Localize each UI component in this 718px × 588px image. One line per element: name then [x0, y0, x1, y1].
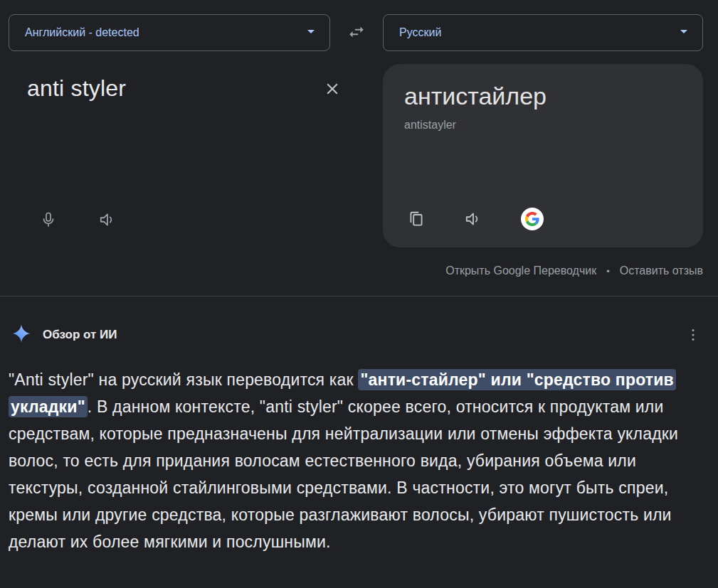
open-google-translate-link[interactable]: Открыть Google Переводчик	[445, 264, 596, 277]
links-separator: •	[606, 266, 610, 277]
target-language-label: Русский	[399, 26, 441, 39]
swap-horizontal-icon	[347, 23, 366, 43]
clear-source-button[interactable]	[323, 80, 342, 98]
listen-source-button[interactable]	[98, 210, 117, 229]
ai-overview-header: Обзор от ИИ	[11, 324, 701, 346]
transliteration-text: antistayler	[404, 119, 682, 132]
ai-sparkle-icon	[11, 324, 31, 346]
ai-text-after: . В данном контексте, "anti styler" скор…	[9, 397, 678, 551]
ai-overview-menu-button[interactable]	[685, 327, 701, 343]
chevron-down-icon	[675, 23, 692, 43]
translation-card: антистайлер antistayler	[383, 64, 703, 247]
microphone-button[interactable]	[40, 210, 57, 229]
section-divider	[0, 296, 718, 296]
target-language-select[interactable]: Русский	[383, 14, 703, 51]
translation-actions	[407, 208, 544, 230]
translation-panels: anti styler антистайлер antistayler	[9, 64, 703, 247]
ai-overview-paragraph: "Anti styler" на русский язык переводитс…	[9, 366, 679, 555]
translator-links: Открыть Google Переводчик • Оставить отз…	[0, 264, 703, 277]
source-language-select[interactable]: Английский - detected	[9, 14, 330, 51]
source-actions	[40, 210, 117, 229]
ai-overview-title: Обзор от ИИ	[43, 328, 117, 342]
volume-icon	[464, 220, 482, 230]
source-language-label: Английский - detected	[25, 26, 139, 39]
leave-feedback-link[interactable]: Оставить отзыв	[620, 264, 703, 277]
ai-text-before: "Anti styler" на русский язык переводитс…	[9, 370, 358, 389]
volume-icon	[98, 220, 117, 231]
copy-icon	[407, 220, 426, 230]
source-panel: anti styler	[9, 64, 383, 247]
chevron-down-icon	[302, 23, 320, 43]
google-translate-button[interactable]	[521, 208, 544, 230]
translation-text: антистайлер	[404, 82, 682, 110]
close-icon	[323, 90, 342, 100]
listen-translation-button[interactable]	[464, 210, 482, 228]
language-selector-row: Английский - detected Русский	[9, 14, 703, 51]
microphone-icon	[40, 220, 57, 231]
copy-translation-button[interactable]	[407, 210, 426, 228]
swap-languages-button[interactable]	[330, 23, 383, 43]
kebab-menu-icon	[685, 334, 701, 345]
google-logo-icon	[521, 208, 544, 230]
